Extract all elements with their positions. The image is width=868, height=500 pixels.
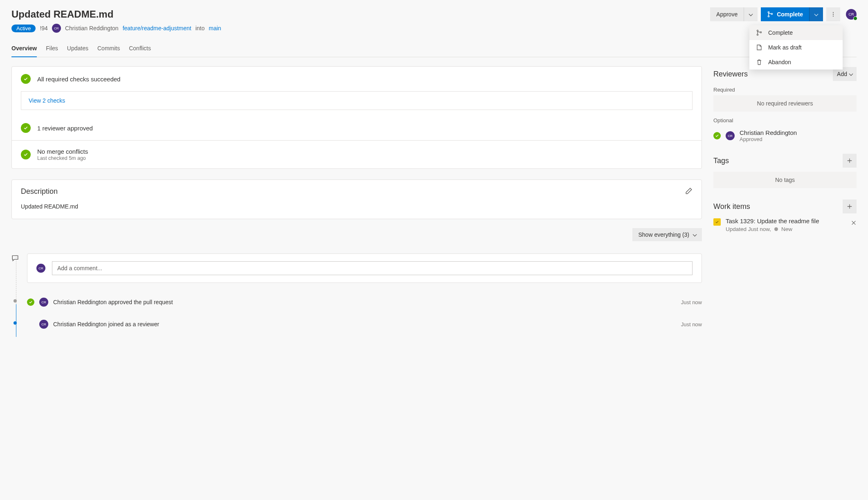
complete-menu-item-complete[interactable]: Complete — [749, 25, 843, 40]
work-item-updated: Updated Just now, — [726, 226, 771, 232]
status-checks-text: All required checks succeeded — [37, 76, 120, 83]
work-item-row: Task 1329: Update the readme file Update… — [713, 217, 857, 232]
add-reviewer-label: Add — [837, 71, 847, 77]
status-badge: Active — [11, 25, 36, 32]
status-conflicts-sub: Last checked 5m ago — [37, 155, 88, 161]
view-checks-link[interactable]: View 2 checks — [29, 97, 65, 104]
event-time: Just now — [681, 321, 702, 327]
complete-menu-item-abandon[interactable]: Abandon — [749, 55, 843, 70]
pr-id: !94 — [40, 25, 47, 31]
svg-point-6 — [757, 30, 758, 31]
pencil-icon — [685, 187, 693, 195]
approve-button[interactable]: Approve — [710, 7, 744, 21]
avatar-initials: CR — [849, 12, 854, 16]
status-reviewer-text: 1 reviewer approved — [37, 125, 93, 132]
add-tag-button[interactable] — [843, 154, 857, 168]
status-checks-row: All required checks succeeded — [12, 67, 702, 91]
state-dot-icon — [774, 227, 778, 231]
event-text: Christian Reddington joined as a reviewe… — [53, 321, 676, 327]
timeline-dot — [13, 299, 17, 303]
description-title: Description — [21, 187, 58, 196]
description-body: Updated README.md — [21, 203, 693, 210]
approve-split-button: Approve — [710, 7, 758, 21]
trash-icon — [756, 59, 762, 65]
author-avatar[interactable]: CR — [52, 24, 61, 33]
event-item: CR Christian Reddington joined as a revi… — [27, 314, 702, 334]
presence-available-icon — [853, 16, 857, 20]
approve-chevron[interactable] — [744, 7, 758, 21]
tab-conflicts[interactable]: Conflicts — [129, 42, 151, 57]
menu-item-label: Mark as draft — [768, 44, 802, 51]
tab-updates[interactable]: Updates — [67, 42, 88, 57]
activity-timeline: CR Add a comment... CR Christian Redding… — [11, 250, 702, 334]
comment-item: CR Add a comment... — [27, 250, 702, 286]
complete-menu-item-draft[interactable]: Mark as draft — [749, 40, 843, 55]
plus-icon — [847, 204, 852, 209]
reviewers-section: Reviewers Add Required No required revie… — [713, 67, 857, 142]
target-branch-link[interactable]: main — [209, 25, 221, 31]
activity-filter-button[interactable]: Show everything (3) — [632, 228, 702, 241]
more-vertical-icon — [830, 11, 836, 17]
remove-work-item-button[interactable] — [851, 220, 857, 227]
svg-point-5 — [833, 16, 834, 16]
optional-label: Optional — [713, 117, 857, 123]
timeline-dot — [13, 321, 17, 325]
add-comment-input[interactable]: Add a comment... — [52, 261, 693, 275]
task-icon — [713, 218, 721, 226]
menu-item-label: Abandon — [768, 59, 791, 65]
event-item: CR Christian Reddington approved the pul… — [27, 292, 702, 312]
close-icon — [851, 220, 857, 226]
event-time: Just now — [681, 299, 702, 305]
source-branch-link[interactable]: feature/readme-adjustment — [123, 25, 191, 31]
svg-point-0 — [768, 11, 769, 13]
avatar-initials: CR — [728, 134, 733, 138]
check-success-icon — [21, 150, 31, 159]
status-reviewer-row: 1 reviewer approved — [12, 116, 702, 140]
svg-point-2 — [771, 13, 773, 14]
merge-icon — [767, 11, 774, 18]
svg-point-3 — [833, 12, 834, 13]
reviewer-avatar[interactable]: CR — [726, 131, 735, 140]
tags-section: Tags No tags — [713, 154, 857, 188]
plus-icon — [847, 158, 852, 164]
more-actions-button[interactable] — [826, 7, 840, 21]
complete-chevron[interactable] — [809, 7, 823, 21]
into-label: into — [196, 25, 205, 31]
chevron-down-icon — [749, 11, 752, 18]
complete-button[interactable]: Complete — [761, 7, 809, 21]
work-items-section: Work items Task 1329: Update the readme … — [713, 200, 857, 232]
work-item-title[interactable]: Task 1329: Update the readme file — [726, 217, 846, 224]
page-title: Updated README.md — [11, 9, 113, 20]
svg-point-8 — [760, 31, 761, 33]
complete-menu: Complete Mark as draft Abandon — [749, 25, 843, 70]
status-conflicts-text: No merge conflicts — [37, 148, 88, 155]
reviewer-row: CR Christian Reddington Approved — [713, 129, 857, 142]
work-items-title: Work items — [713, 202, 750, 211]
required-label: Required — [713, 87, 857, 93]
chevron-down-icon — [850, 71, 852, 77]
check-success-icon — [21, 123, 31, 133]
commenter-avatar: CR — [36, 264, 45, 273]
complete-split-button: Complete — [761, 7, 823, 21]
reviewer-status: Approved — [740, 136, 797, 142]
profile-avatar[interactable]: CR — [846, 9, 857, 20]
add-work-item-button[interactable] — [843, 200, 857, 213]
event-text: Christian Reddington approved the pull r… — [53, 299, 676, 305]
tab-files[interactable]: Files — [46, 42, 58, 57]
comment-icon — [11, 254, 15, 258]
required-placeholder: No required reviewers — [713, 95, 857, 112]
filter-label: Show everything (3) — [638, 231, 689, 238]
tab-overview[interactable]: Overview — [11, 42, 37, 57]
pr-meta-row: Active !94 CR Christian Reddington featu… — [11, 24, 857, 33]
tab-commits[interactable]: Commits — [97, 42, 120, 57]
complete-button-label: Complete — [777, 11, 803, 18]
avatar-initials: CR — [41, 300, 46, 304]
svg-point-4 — [833, 14, 834, 15]
tabs: Overview Files Updates Commits Conflicts — [11, 42, 857, 57]
edit-description-button[interactable] — [685, 187, 693, 196]
timeline-rail-solid — [16, 304, 16, 337]
work-item-state: New — [781, 226, 792, 232]
menu-item-label: Complete — [768, 29, 793, 36]
avatar-initials: CR — [41, 323, 46, 326]
tags-placeholder: No tags — [713, 172, 857, 188]
